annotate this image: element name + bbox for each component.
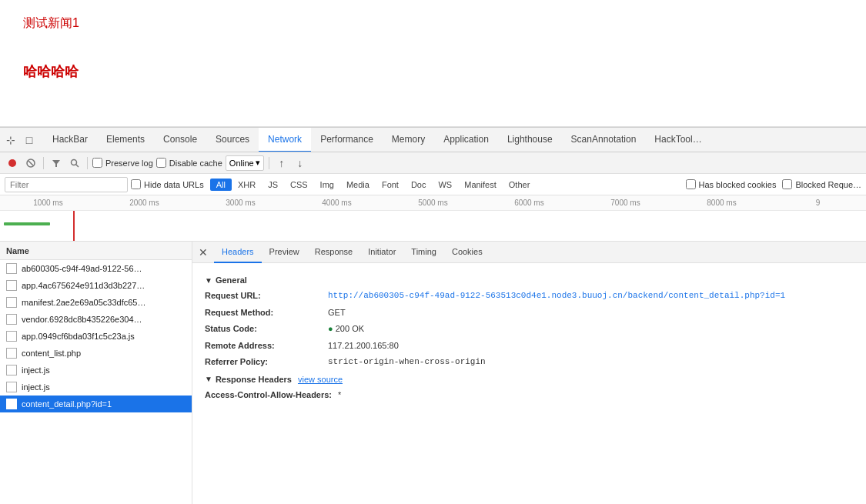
tab-performance[interactable]: Performance (311, 128, 383, 152)
toolbar-separator-2 (87, 157, 88, 169)
referrer-policy-value: strict-origin-when-cross-origin (328, 355, 486, 369)
tab-scan-annotation[interactable]: ScanAnnotation (562, 128, 646, 152)
disable-cache-checkbox[interactable]: Disable cache (156, 158, 222, 168)
file-item-2[interactable]: manifest.2ae2e69a05c33dfc65… (0, 294, 192, 311)
timeline-label-9: 9 (770, 195, 866, 210)
file-item-5[interactable]: content_list.php (0, 345, 192, 362)
preserve-log-checkbox[interactable]: Preserve log (92, 158, 153, 168)
file-icon-5 (6, 348, 17, 359)
request-url-row: Request URL: http://ab600305-c94f-49ad-9… (205, 289, 854, 302)
tab-hackbar[interactable]: HackBar (43, 128, 97, 152)
response-headers-section-header: ▼ Response Headers view source (205, 375, 854, 384)
import-har-button[interactable]: ↑ (274, 155, 289, 171)
file-icon-6 (6, 365, 17, 375)
throttle-select[interactable]: Online ▾ (226, 155, 264, 171)
blocked-requ-input[interactable] (782, 179, 792, 189)
detail-panel: ✕ Headers Preview Response Initiator Tim… (192, 242, 866, 504)
timeline-label-7000: 7000 ms (577, 195, 674, 210)
file-item-7[interactable]: inject.js (0, 379, 192, 396)
file-item-8[interactable]: content_detail.php?id=1 (0, 396, 192, 412)
request-url-value[interactable]: http://ab600305-c94f-49ad-9122-563513c0d… (328, 289, 785, 302)
search-icon[interactable] (67, 155, 82, 171)
devtools-tab-bar: ⊹ □ HackBar Elements Console Sources Net… (0, 128, 866, 152)
filter-chip-ws[interactable]: WS (432, 179, 458, 191)
file-item-1[interactable]: app.4ac675624e911d3d3b227… (0, 277, 192, 294)
news-title-1: 测试新闻1 (23, 15, 843, 32)
file-item-4[interactable]: app.0949cf6bda03f1c5c23a.js (0, 328, 192, 345)
detail-tab-cookies[interactable]: Cookies (444, 242, 490, 263)
timeline-label-6000: 6000 ms (481, 195, 577, 210)
has-blocked-cookies-checkbox[interactable]: Has blocked cookies (686, 179, 777, 189)
chevron-down-icon: ▾ (256, 158, 260, 168)
filter-chip-css[interactable]: CSS (284, 179, 314, 191)
tab-hacktools[interactable]: HackTool… (645, 128, 711, 152)
page-content: 测试新闻1 哈哈哈哈 (0, 0, 866, 127)
request-method-label: Request Method: (205, 306, 328, 319)
filter-chip-img[interactable]: Img (314, 179, 340, 191)
record-button[interactable] (5, 155, 20, 171)
tab-lighthouse[interactable]: Lighthouse (498, 128, 562, 152)
preserve-log-input[interactable] (92, 158, 102, 168)
detail-tab-headers[interactable]: Headers (214, 242, 262, 263)
toolbar-separator-3 (269, 157, 269, 169)
general-section-header[interactable]: ▼ General (205, 275, 854, 285)
response-headers-arrow-icon: ▼ (205, 375, 212, 383)
status-code-label: Status Code: (205, 322, 328, 335)
filter-chip-all[interactable]: All (210, 179, 232, 191)
filter-chip-other[interactable]: Other (503, 179, 537, 191)
response-headers-toggle[interactable]: ▼ Response Headers (205, 375, 292, 384)
remote-address-label: Remote Address: (205, 339, 328, 352)
timeline-red-marker (73, 211, 75, 242)
tab-sources[interactable]: Sources (206, 128, 259, 152)
clear-button[interactable] (23, 155, 38, 171)
devtools-cursor-icon[interactable]: ⊹ (3, 132, 18, 148)
svg-line-5 (76, 164, 79, 167)
devtools-inspect-icon[interactable]: □ (22, 132, 37, 148)
devtools-tab-icons: ⊹ □ (3, 132, 37, 148)
detail-tab-initiator[interactable]: Initiator (360, 242, 403, 263)
timeline-label-4000: 4000 ms (289, 195, 385, 210)
file-item-0[interactable]: ab600305-c94f-49ad-9122-56… (0, 260, 192, 277)
file-list: Name ab600305-c94f-49ad-9122-56… app.4ac… (0, 242, 192, 504)
filter-chip-media[interactable]: Media (340, 179, 376, 191)
status-text: OK (352, 324, 364, 333)
timeline-labels: 1000 ms 2000 ms 3000 ms 4000 ms 5000 ms … (0, 195, 866, 211)
devtools-panel: ⊹ □ HackBar Elements Console Sources Net… (0, 127, 866, 504)
detail-tab-preview[interactable]: Preview (262, 242, 307, 263)
filter-chip-xhr[interactable]: XHR (232, 179, 262, 191)
tab-memory[interactable]: Memory (383, 128, 434, 152)
export-har-button[interactable]: ↓ (293, 155, 308, 171)
request-method-row: Request Method: GET (205, 306, 854, 319)
tab-console[interactable]: Console (154, 128, 206, 152)
timeline-label-1000: 1000 ms (0, 195, 96, 210)
tab-application[interactable]: Application (434, 128, 498, 152)
view-source-link[interactable]: view source (298, 375, 343, 384)
svg-point-0 (8, 159, 16, 167)
filter-chip-font[interactable]: Font (376, 179, 405, 191)
tab-network[interactable]: Network (259, 128, 311, 152)
detail-tab-response[interactable]: Response (307, 242, 361, 263)
hide-data-urls-input[interactable] (131, 179, 141, 189)
file-list-header: Name (0, 242, 192, 260)
disable-cache-input[interactable] (156, 158, 166, 168)
detail-close-button[interactable]: ✕ (196, 245, 211, 260)
status-code-value: ● 200 OK (328, 322, 364, 335)
filter-chip-manifest[interactable]: Manifest (458, 179, 503, 191)
tab-elements[interactable]: Elements (97, 128, 154, 152)
has-blocked-cookies-input[interactable] (686, 179, 696, 189)
filter-extra: Has blocked cookies Blocked Reque… (686, 179, 862, 189)
filter-chip-doc[interactable]: Doc (405, 179, 433, 191)
detail-tab-timing[interactable]: Timing (403, 242, 444, 263)
filter-input[interactable] (5, 177, 128, 192)
status-code-row: Status Code: ● 200 OK (205, 322, 854, 335)
referrer-policy-label: Referrer Policy: (205, 355, 328, 369)
timeline-label-5000: 5000 ms (385, 195, 481, 210)
file-item-6[interactable]: inject.js (0, 362, 192, 379)
toolbar-separator-1 (43, 157, 44, 169)
blocked-requ-checkbox[interactable]: Blocked Reque… (782, 179, 861, 189)
filter-chip-js[interactable]: JS (262, 179, 284, 191)
file-item-3[interactable]: vendor.6928dc8b435226e304… (0, 311, 192, 328)
general-arrow-icon: ▼ (205, 276, 212, 285)
hide-data-urls-checkbox[interactable]: Hide data URLs (131, 179, 204, 189)
filter-icon[interactable] (48, 155, 64, 171)
